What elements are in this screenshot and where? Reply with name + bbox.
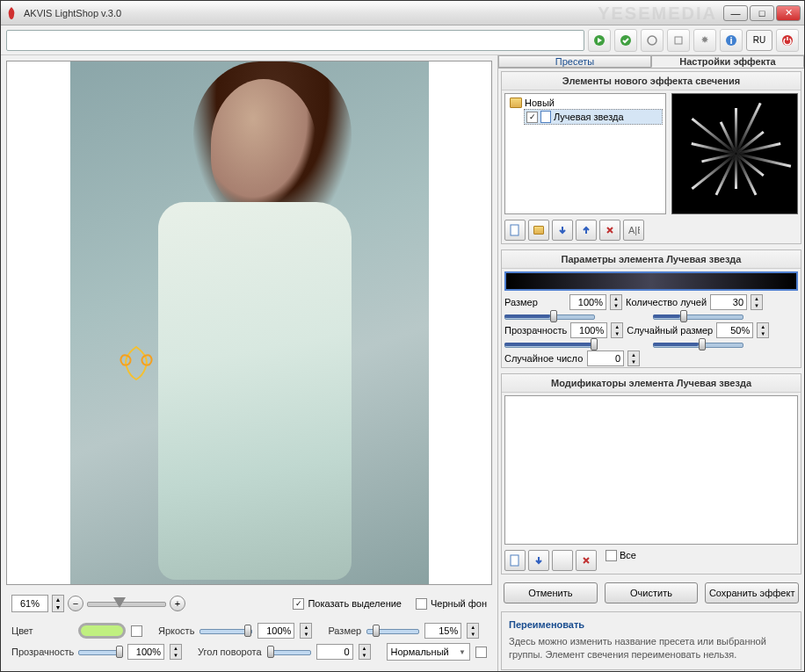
close-button[interactable]: ✕ xyxy=(776,5,801,21)
zoom-out-button[interactable]: − xyxy=(68,596,83,611)
param-opacity-label: Прозрачность xyxy=(504,325,567,336)
param-opacity-spinner[interactable]: ▲▼ xyxy=(611,322,623,338)
mod-up-button[interactable] xyxy=(552,550,573,571)
maximize-button[interactable]: □ xyxy=(750,5,774,21)
info-button[interactable]: i xyxy=(720,29,743,52)
gradient-preview[interactable] xyxy=(504,271,798,291)
svg-rect-3 xyxy=(675,37,682,44)
tree-item[interactable]: ✓ Лучевая звезда xyxy=(524,109,663,125)
folder-icon xyxy=(510,98,522,108)
language-selector[interactable]: RU xyxy=(746,30,772,51)
zoom-in-button[interactable]: + xyxy=(170,596,185,611)
apply-button[interactable] xyxy=(614,29,637,52)
opacity-slider[interactable] xyxy=(78,647,122,657)
mod-down-button[interactable] xyxy=(528,550,549,571)
param-randsize-spinner[interactable]: ▲▼ xyxy=(757,322,769,338)
zoom-spinner[interactable]: ▲▼ xyxy=(52,595,64,612)
canvas[interactable] xyxy=(6,61,492,585)
size-spinner[interactable]: ▲▼ xyxy=(467,623,479,639)
opacity-label: Прозрачность xyxy=(11,647,73,657)
show-selection-label: Показать выделение xyxy=(308,598,402,609)
power-button[interactable] xyxy=(776,29,799,52)
svg-point-2 xyxy=(648,36,656,45)
move-down-button[interactable] xyxy=(552,220,573,241)
app-icon xyxy=(4,6,18,20)
param-randsize-value[interactable]: 50% xyxy=(716,322,753,338)
elements-panel: Элементы нового эффекта свечения Новый ✓… xyxy=(501,71,801,244)
param-size-value[interactable]: 100% xyxy=(569,294,606,310)
save-effect-button[interactable]: Сохранить эффект xyxy=(705,582,799,603)
settings-button[interactable] xyxy=(693,29,716,52)
angle-label: Угол поворота xyxy=(198,647,262,657)
opacity-spinner[interactable]: ▲▼ xyxy=(170,644,182,660)
titlebar: AKVIS LightShop v.3.0 YESEMEDIA ― □ ✕ xyxy=(1,1,804,25)
rename-button[interactable]: A|B xyxy=(623,220,644,241)
brightness-spinner[interactable]: ▲▼ xyxy=(300,623,312,639)
delete-button[interactable] xyxy=(599,220,620,241)
param-rays-value[interactable]: 30 xyxy=(710,294,747,310)
param-rays-spinner[interactable]: ▲▼ xyxy=(751,294,763,310)
watermark: YESEMEDIA xyxy=(598,4,717,24)
clear-button[interactable]: Очистить xyxy=(605,582,699,603)
minimize-button[interactable]: ― xyxy=(723,5,748,21)
path-input[interactable] xyxy=(6,30,584,51)
param-randsize-label: Случайный размер xyxy=(627,325,713,336)
open-button[interactable] xyxy=(528,220,549,241)
zoom-value[interactable]: 61% xyxy=(11,595,48,612)
tool-button-1[interactable] xyxy=(641,29,664,52)
move-up-button[interactable] xyxy=(576,220,597,241)
size-slider[interactable] xyxy=(366,625,419,636)
elements-title: Элементы нового эффекта свечения xyxy=(502,72,801,90)
help-title: Переименовать xyxy=(509,619,794,630)
svg-text:i: i xyxy=(729,35,732,46)
param-size-label: Размер xyxy=(504,297,566,307)
param-seed-value[interactable]: 0 xyxy=(587,350,624,366)
params-title: Параметры элемента Лучевая звезда xyxy=(502,250,801,269)
svg-rect-9 xyxy=(511,555,519,566)
param-size-spinner[interactable]: ▲▼ xyxy=(610,294,622,310)
blend-mode-combo[interactable]: Нормальный▼ xyxy=(387,643,470,661)
brightness-label: Яркость xyxy=(158,625,194,636)
mod-delete-button[interactable] xyxy=(576,550,597,571)
angle-value[interactable]: 0 xyxy=(316,644,353,660)
brightness-slider[interactable] xyxy=(199,625,252,636)
mod-new-button[interactable] xyxy=(504,550,526,571)
black-bg-checkbox[interactable] xyxy=(416,598,427,610)
zoom-slider[interactable] xyxy=(87,597,166,610)
tab-presets[interactable]: Пресеты xyxy=(498,55,651,68)
param-opacity-slider[interactable] xyxy=(504,340,595,349)
param-randsize-slider[interactable] xyxy=(653,340,743,349)
param-seed-spinner[interactable]: ▲▼ xyxy=(627,350,640,366)
size-value[interactable]: 15% xyxy=(424,623,461,639)
run-button[interactable] xyxy=(588,29,611,52)
blend-lock-checkbox[interactable] xyxy=(475,647,487,658)
cancel-button[interactable]: Отменить xyxy=(504,582,598,603)
show-selection-checkbox[interactable]: ✓ xyxy=(293,598,304,610)
svg-text:A|B: A|B xyxy=(628,225,640,235)
param-seed-label: Случайное число xyxy=(504,353,584,364)
modifiers-list[interactable] xyxy=(504,395,798,545)
preview-image xyxy=(70,61,429,585)
tool-button-2[interactable] xyxy=(667,29,690,52)
light-effect-overlay xyxy=(114,343,158,387)
params-panel: Параметры элемента Лучевая звезда Размер… xyxy=(501,249,801,368)
angle-slider[interactable] xyxy=(267,647,311,657)
param-size-slider[interactable] xyxy=(504,312,595,321)
elements-tree[interactable]: Новый ✓ Лучевая звезда xyxy=(504,93,666,214)
color-swatch[interactable] xyxy=(78,623,126,639)
mod-all-checkbox[interactable] xyxy=(606,550,617,561)
tab-settings[interactable]: Настройки эффекта xyxy=(651,55,804,68)
opacity-value[interactable]: 100% xyxy=(127,644,164,660)
color-lock-checkbox[interactable] xyxy=(131,625,142,637)
angle-spinner[interactable]: ▲▼ xyxy=(359,644,371,660)
param-rays-slider[interactable] xyxy=(653,312,743,321)
black-bg-label: Черный фон xyxy=(431,598,487,609)
brightness-value[interactable]: 100% xyxy=(257,623,294,639)
tree-root[interactable]: Новый xyxy=(508,97,663,109)
element-preview xyxy=(671,93,798,214)
window-title: AKVIS LightShop v.3.0 xyxy=(24,8,121,18)
element-visibility-checkbox[interactable]: ✓ xyxy=(526,112,538,123)
new-element-button[interactable] xyxy=(504,220,526,241)
param-opacity-value[interactable]: 100% xyxy=(570,322,607,338)
help-text: Здесь можно изменить название пресета ил… xyxy=(509,635,794,662)
